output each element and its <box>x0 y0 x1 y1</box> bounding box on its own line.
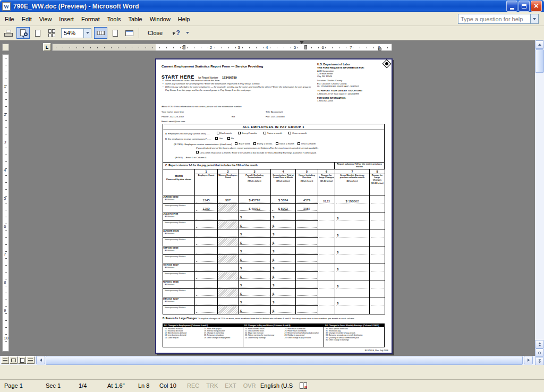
normal-view-button[interactable] <box>1 356 9 364</box>
chevron-down-icon[interactable] <box>530 14 538 23</box>
select-browse-object-button[interactable] <box>535 348 544 357</box>
table-cell: $ <box>271 297 296 306</box>
table-cell: $ 198662 <box>335 195 370 212</box>
menu-items: FileEditViewInsertFormatToolsTableWindow… <box>1 14 193 24</box>
zoom-combobox[interactable]: 54% <box>61 28 91 38</box>
checkbox-option[interactable]: Each week <box>217 132 232 134</box>
horizontal-scrollbar[interactable] <box>0 356 535 365</box>
previous-page-button[interactable] <box>535 340 544 348</box>
menu-window[interactable]: Window <box>146 14 174 24</box>
one-page-button[interactable] <box>31 27 44 39</box>
toolbar-options-button[interactable] <box>184 27 191 39</box>
table-cell: $ <box>335 263 370 280</box>
menu-view[interactable]: View <box>36 14 56 24</box>
web-layout-view-button[interactable] <box>10 356 18 364</box>
ruler-number: 7 <box>4 252 6 257</box>
menu-format[interactable]: Format <box>78 14 104 24</box>
minimize-button[interactable] <box>506 1 517 12</box>
table-cell <box>370 246 385 263</box>
chevron-down-icon[interactable] <box>83 29 91 38</box>
scroll-left-button[interactable] <box>36 356 45 364</box>
checkbox[interactable] <box>215 137 218 140</box>
close-button[interactable]: × <box>531 1 542 12</box>
reason-codes-box: D2. Changes in Pay and Hours (Columns 6 … <box>243 323 324 347</box>
vertical-scrollbar[interactable] <box>535 40 544 376</box>
checkbox[interactable] <box>276 142 278 145</box>
table-cell: 3987 <box>296 204 318 212</box>
shrink-to-fit-button[interactable] <box>108 27 122 39</box>
checkbox-option[interactable]: Every 2 weeks <box>238 132 257 134</box>
checkbox[interactable] <box>227 137 230 140</box>
menu-help[interactable]: Help <box>174 14 194 24</box>
help-button[interactable]: ? <box>169 27 183 39</box>
column-header: Women Employees Count <box>218 174 239 195</box>
menu-edit[interactable]: Edit <box>18 14 36 24</box>
checkbox[interactable] <box>196 151 199 154</box>
vertical-ruler[interactable]: 12345678910 <box>2 54 9 352</box>
column-header: Commissions Paid at Least Once a Month(W… <box>271 174 296 195</box>
checkbox[interactable] <box>253 142 256 145</box>
tab-selector[interactable]: L <box>43 43 51 51</box>
maximize-button[interactable] <box>518 1 530 12</box>
table-cell <box>195 306 218 314</box>
checkbox-option[interactable]: Every 2 weeks <box>253 142 273 145</box>
status-language: English (U.S <box>260 382 293 389</box>
ruler-number: 3 <box>4 140 6 144</box>
table-cell: $ <box>335 246 370 263</box>
print-button[interactable] <box>2 27 15 39</box>
checkbox[interactable] <box>288 132 291 134</box>
toolbar-separator <box>139 28 139 38</box>
close-preview-button[interactable]: Close <box>142 28 168 38</box>
scroll-up-button[interactable] <box>535 40 544 49</box>
view-ruler-button[interactable] <box>94 27 107 39</box>
scroll-right-button[interactable] <box>524 356 533 364</box>
left-indent-marker-icon[interactable] <box>183 45 185 49</box>
checkbox-option[interactable]: Each week <box>235 142 250 145</box>
ruler-number: 2 <box>4 112 6 117</box>
document-page[interactable]: Current Employment Statistics Report For… <box>155 58 393 354</box>
magnifier-button[interactable] <box>16 27 30 39</box>
status-modes: RECTRKEXTOVR <box>187 382 262 389</box>
multiple-pages-button[interactable] <box>45 27 58 39</box>
checkbox[interactable] <box>238 132 241 134</box>
horizontal-ruler[interactable]: 12345678 <box>52 44 392 51</box>
question-help-placeholder: Type a question for help <box>458 16 530 22</box>
checkbox-option[interactable]: Twice a month <box>276 142 294 145</box>
table-cell: 987 <box>218 195 239 204</box>
title-bar[interactable]: W 790E_WW.doc (Preview) - Microsoft Word… <box>0 0 544 12</box>
next-page-button[interactable] <box>535 357 544 365</box>
checkbox[interactable] <box>235 142 237 145</box>
checkbox[interactable] <box>264 132 266 134</box>
list-item: Same pay schedule for all employees? Ent… <box>163 82 314 85</box>
help-icon: ? <box>172 29 180 37</box>
table-cell: $ <box>239 246 271 255</box>
first-line-indent-marker-icon[interactable] <box>300 41 304 44</box>
month-label-cell: OCT(10) 10/27All Workers <box>163 263 195 272</box>
report-table: MonthPlease call by date shown12345678Em… <box>163 169 385 314</box>
checkbox-option[interactable]: Once a month <box>288 132 307 134</box>
checkbox-option[interactable]: Yes <box>215 137 223 140</box>
spelling-status-icon[interactable]: × <box>300 381 309 390</box>
checkbox[interactable] <box>217 132 219 134</box>
menu-table[interactable]: Table <box>124 14 146 24</box>
checkbox-option[interactable]: No <box>227 137 234 140</box>
menu-tools[interactable]: Tools <box>104 14 125 24</box>
right-indent-marker-icon[interactable] <box>378 48 381 50</box>
checkbox-option[interactable]: Once a month <box>298 142 316 145</box>
menu-file[interactable]: File <box>1 14 18 24</box>
vertical-scrollbar-thumb[interactable] <box>535 49 544 73</box>
checkbox[interactable] <box>298 142 300 145</box>
table-cell <box>296 229 318 238</box>
full-screen-button[interactable] <box>123 27 136 39</box>
menu-insert[interactable]: Insert <box>55 14 78 24</box>
outline-view-button[interactable] <box>27 356 35 364</box>
ruler-number: 5 <box>294 45 296 50</box>
table-cell: $ 45792 <box>239 195 271 204</box>
hanging-indent-marker-icon[interactable] <box>304 45 307 49</box>
question-help-combobox[interactable]: Type a question for help <box>458 14 539 24</box>
print-layout-view-button[interactable] <box>18 356 26 364</box>
horizontal-scrollbar-thumb[interactable] <box>46 356 523 365</box>
checkbox-option[interactable]: Twice a month <box>264 132 282 134</box>
table-cell <box>218 272 239 280</box>
full-screen-icon <box>125 30 133 36</box>
